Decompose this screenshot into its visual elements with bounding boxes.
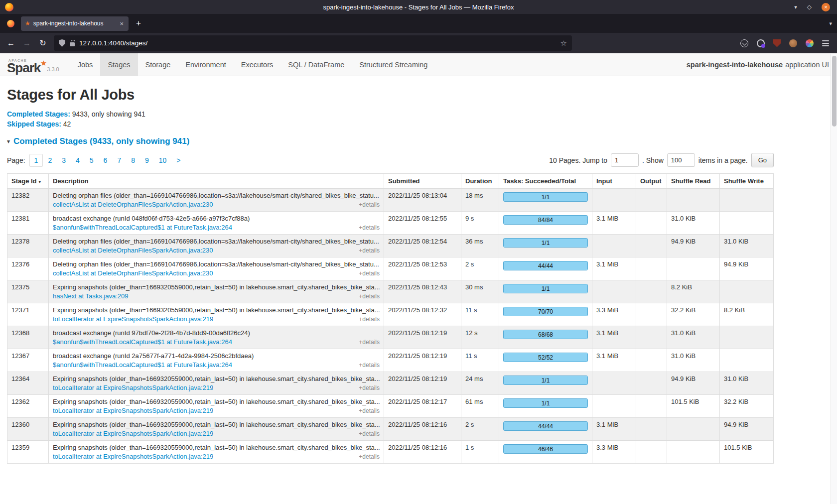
header-shuffle-read[interactable]: Shuffle Read xyxy=(667,174,720,189)
nav-tab-jobs[interactable]: Jobs xyxy=(70,53,101,76)
details-toggle[interactable]: +details xyxy=(359,224,380,231)
window-minimize-button[interactable]: ▾ xyxy=(794,4,797,10)
items-per-page-input[interactable] xyxy=(667,153,695,167)
details-toggle[interactable]: +details xyxy=(359,270,380,277)
nav-tab-stages[interactable]: Stages xyxy=(100,53,138,76)
url-bar[interactable]: 127.0.0.1:4040/stages/ ☆ xyxy=(54,35,572,51)
details-toggle[interactable]: +details xyxy=(359,339,380,346)
details-toggle[interactable]: +details xyxy=(359,453,380,460)
details-toggle[interactable]: +details xyxy=(359,316,380,323)
page-label: Page: xyxy=(7,156,25,164)
header-tasks[interactable]: Tasks: Succeeded/Total xyxy=(499,174,592,189)
new-tab-button[interactable]: + xyxy=(132,16,145,30)
connection-lock-icon[interactable] xyxy=(70,42,75,46)
ublock-shield-icon[interactable] xyxy=(773,39,781,47)
stage-id-cell: 12371 xyxy=(7,303,49,326)
back-button[interactable]: ← xyxy=(3,36,19,51)
details-toggle[interactable]: +details xyxy=(359,293,380,300)
nav-tab-executors[interactable]: Executors xyxy=(234,53,280,76)
reload-button[interactable]: ↻ xyxy=(35,36,51,51)
page-number-10[interactable]: 10 xyxy=(154,154,172,167)
stage-callsite-link[interactable]: $anonfun$withThreadLocalCaptured$1 at Fu… xyxy=(53,224,232,231)
page-number-1[interactable]: 1 xyxy=(29,154,43,167)
page-next-button[interactable]: > xyxy=(171,154,185,167)
page-number-7[interactable]: 7 xyxy=(112,154,126,167)
header-stage-id[interactable]: Stage Id ▾ xyxy=(7,174,49,189)
completed-stages-link[interactable]: Completed Stages: xyxy=(7,110,70,118)
stage-description: Expiring snapshots (older_than=166932055… xyxy=(53,283,380,291)
account-icon[interactable] xyxy=(757,39,765,47)
spark-logo[interactable]: APACHE Spark ★ 3.3.0 xyxy=(0,53,70,76)
window-close-button[interactable]: × xyxy=(822,3,830,11)
details-toggle[interactable]: +details xyxy=(359,407,380,414)
stage-row: 12371 Expiring snapshots (older_than=166… xyxy=(7,303,774,326)
jump-to-page-input[interactable] xyxy=(611,153,639,167)
page-number-2[interactable]: 2 xyxy=(43,154,57,167)
stage-description: broadcast exchange (runId 048fd06f-d753-… xyxy=(53,215,380,222)
window-maximize-button[interactable]: ◇ xyxy=(807,4,812,10)
stage-callsite-link[interactable]: collectAsList at DeleteOrphanFilesSparkA… xyxy=(53,269,213,277)
header-submitted[interactable]: Submitted xyxy=(384,174,461,189)
items-text: items in a page. xyxy=(698,156,748,164)
shuffle-read-cell: 101.5 KiB xyxy=(667,395,720,418)
task-progress-bar: 1/1 xyxy=(503,376,588,385)
page-number-3[interactable]: 3 xyxy=(57,154,71,167)
browser-tab[interactable]: ★ spark-ingest-into-lakehous × xyxy=(21,16,129,31)
list-all-tabs-button[interactable]: ▾ xyxy=(829,20,832,27)
stage-description: Expiring snapshots (older_than=166932055… xyxy=(53,444,380,451)
stage-callsite-link[interactable]: collectAsList at DeleteOrphanFilesSparkA… xyxy=(53,201,213,208)
details-toggle[interactable]: +details xyxy=(359,430,380,437)
description-cell: Expiring snapshots (older_than=166932055… xyxy=(49,372,384,395)
nav-tab-sql-dataframe[interactable]: SQL / DataFrame xyxy=(280,53,352,76)
shuffle-write-cell: 31.0 KiB xyxy=(720,372,774,395)
stage-callsite-link[interactable]: toLocalIterator at ExpireSnapshotsSparkA… xyxy=(53,407,213,414)
stage-row: 12381 broadcast exchange (runId 048fd06f… xyxy=(7,212,774,235)
page-number-6[interactable]: 6 xyxy=(99,154,113,167)
page-number-8[interactable]: 8 xyxy=(126,154,140,167)
stage-callsite-link[interactable]: toLocalIterator at ExpireSnapshotsSparkA… xyxy=(53,453,213,460)
stage-callsite-link[interactable]: toLocalIterator at ExpireSnapshotsSparkA… xyxy=(53,430,213,437)
input-cell xyxy=(592,372,636,395)
tab-close-icon[interactable]: × xyxy=(119,19,125,28)
header-shuffle-write[interactable]: Shuffle Write xyxy=(720,174,774,189)
firefox-view-button[interactable] xyxy=(4,17,17,30)
task-progress-label: 1/1 xyxy=(504,239,587,248)
extension-pinwheel-icon[interactable] xyxy=(806,39,814,47)
details-toggle[interactable]: +details xyxy=(359,201,380,208)
stages-table: Stage Id ▾ Description Submitted Duratio… xyxy=(7,173,774,464)
stage-callsite-link[interactable]: toLocalIterator at ExpireSnapshotsSparkA… xyxy=(53,315,213,323)
pocket-icon[interactable] xyxy=(740,39,748,47)
header-description[interactable]: Description xyxy=(49,174,384,189)
stage-callsite-link[interactable]: $anonfun$withThreadLocalCaptured$1 at Fu… xyxy=(53,361,232,369)
details-toggle[interactable]: +details xyxy=(359,384,380,391)
profile-avatar-icon[interactable] xyxy=(789,39,797,47)
header-duration[interactable]: Duration xyxy=(461,174,499,189)
bookmark-star-icon[interactable]: ☆ xyxy=(560,39,567,48)
stage-callsite-link[interactable]: collectAsList at DeleteOrphanFilesSparkA… xyxy=(53,247,213,254)
duration-cell: 2 s xyxy=(461,418,499,441)
page-number-4[interactable]: 4 xyxy=(71,154,85,167)
details-toggle[interactable]: +details xyxy=(359,362,380,369)
nav-tab-structured-streaming[interactable]: Structured Streaming xyxy=(352,53,435,76)
url-text[interactable]: 127.0.0.1:4040/stages/ xyxy=(79,39,556,47)
page-number-5[interactable]: 5 xyxy=(85,154,99,167)
forward-button[interactable]: → xyxy=(19,36,35,51)
nav-tab-storage[interactable]: Storage xyxy=(138,53,178,76)
skipped-stages-link[interactable]: Skipped Stages: xyxy=(7,120,61,128)
completed-stages-section-toggle[interactable]: ▾ Completed Stages (9433, only showing 9… xyxy=(7,136,830,146)
header-input[interactable]: Input xyxy=(592,174,636,189)
nav-tab-environment[interactable]: Environment xyxy=(178,53,233,76)
page-number-9[interactable]: 9 xyxy=(140,154,154,167)
details-toggle[interactable]: +details xyxy=(359,247,380,254)
task-progress-label: 68/68 xyxy=(504,330,587,339)
page-scrollbar[interactable] xyxy=(831,54,837,504)
stage-description: Expiring snapshots (older_than=166932055… xyxy=(53,421,380,428)
go-button[interactable]: Go xyxy=(751,153,774,167)
stage-callsite-link[interactable]: $anonfun$withThreadLocalCaptured$1 at Fu… xyxy=(53,338,232,346)
stage-callsite-link[interactable]: hasNext at Tasks.java:209 xyxy=(53,292,129,300)
header-output[interactable]: Output xyxy=(636,174,667,189)
scrollbar-thumb[interactable] xyxy=(832,56,837,126)
tracking-protection-shield-icon[interactable] xyxy=(59,39,65,47)
stage-callsite-link[interactable]: toLocalIterator at ExpireSnapshotsSparkA… xyxy=(53,384,213,391)
menu-button[interactable] xyxy=(822,40,829,46)
